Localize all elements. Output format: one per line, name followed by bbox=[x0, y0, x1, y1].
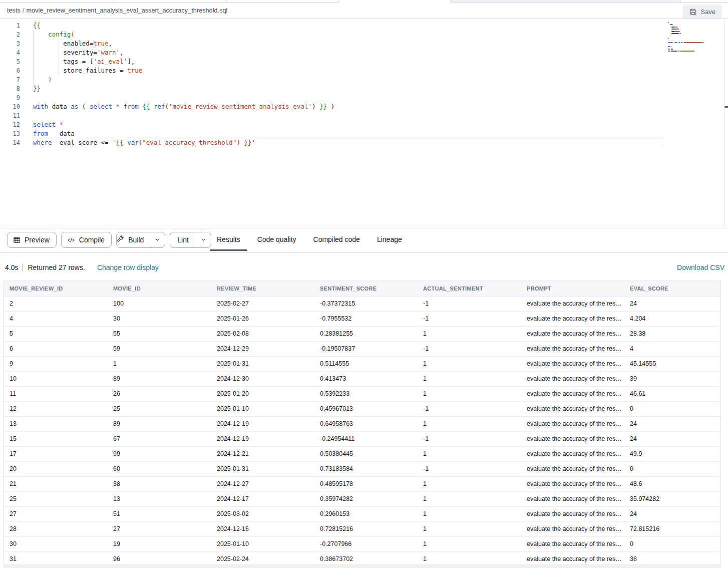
table-cell: 1 bbox=[418, 521, 521, 536]
minimap-segment bbox=[681, 42, 682, 43]
divider bbox=[23, 264, 23, 271]
rows-returned-text: Returned 27 rows. bbox=[28, 263, 85, 271]
eval-score-cell: 4.204 bbox=[624, 311, 721, 326]
line-number: 9 bbox=[0, 93, 20, 102]
line-number: 6 bbox=[0, 66, 20, 75]
editor-scrollbar-marker[interactable] bbox=[724, 106, 728, 108]
table-row: 15672024-12-19-0.24954411-1evaluate the … bbox=[4, 431, 721, 446]
table-cell: 5 bbox=[4, 326, 108, 341]
prompt-cell: evaluate the accuracy of the res… bbox=[521, 461, 624, 476]
editor-minimap[interactable] bbox=[668, 22, 723, 82]
chevron-down-icon bbox=[155, 236, 160, 244]
table-cell: 2024-12-27 bbox=[211, 476, 314, 491]
sql-editor[interactable]: 1234567891011121314 {{ config( enabled=t… bbox=[0, 19, 728, 228]
minimap-segment bbox=[702, 42, 703, 43]
minimap-segment bbox=[680, 51, 694, 52]
minimap-segment bbox=[679, 31, 680, 32]
eval-score-cell: 28.38 bbox=[624, 326, 721, 341]
table-cell: 20 bbox=[4, 461, 108, 476]
table-cell: 11 bbox=[4, 386, 108, 401]
table-cell: 0.73183584 bbox=[314, 461, 418, 476]
code-line[interactable]: select * bbox=[33, 120, 668, 129]
preview-button[interactable]: Preview bbox=[7, 232, 57, 248]
table-row: 4302025-01-26-0.7955532-1evaluate the ac… bbox=[4, 311, 721, 326]
code-line[interactable]: where eval_score <= '{{ var("eval_accura… bbox=[33, 138, 668, 147]
line-number: 4 bbox=[0, 48, 20, 57]
table-cell: -1 bbox=[418, 341, 521, 356]
change-row-display-link[interactable]: Change row display bbox=[97, 263, 159, 271]
table-cell: 0.28381255 bbox=[314, 326, 418, 341]
code-line[interactable]: config( bbox=[33, 30, 668, 39]
code-line[interactable] bbox=[33, 93, 668, 102]
minimap-segment bbox=[668, 22, 669, 23]
table-cell: 19 bbox=[108, 536, 211, 551]
table-cell: 25 bbox=[4, 491, 108, 506]
table-cell: 30 bbox=[108, 311, 211, 326]
build-dropdown-button[interactable] bbox=[150, 232, 165, 247]
table-cell: 55 bbox=[108, 326, 211, 341]
code-lines[interactable]: {{ config( enabled=true, severity='warn'… bbox=[33, 21, 668, 147]
tab-results[interactable]: Results bbox=[210, 228, 247, 253]
code-line[interactable]: with data as ( select * from {{ ref('mov… bbox=[33, 102, 668, 111]
prompt-cell: evaluate the accuracy of the res… bbox=[521, 326, 624, 341]
build-button[interactable]: Build bbox=[117, 232, 150, 247]
action-buttons: Preview Compile Build Lint bbox=[7, 232, 211, 248]
code-line[interactable] bbox=[33, 111, 668, 120]
line-number: 11 bbox=[0, 111, 20, 120]
table-cell: 89 bbox=[108, 371, 211, 386]
table-cell: 1 bbox=[418, 506, 521, 521]
table-cell: 2024-12-19 bbox=[211, 416, 314, 431]
code-line[interactable]: tags = ['ai_eval'], bbox=[33, 57, 668, 66]
prompt-cell: evaluate the accuracy of the res… bbox=[521, 356, 624, 371]
table-row: 6592024-12-29-0.19507837-1evaluate the a… bbox=[4, 341, 721, 356]
eval-score-cell: 48.6 bbox=[624, 476, 721, 491]
prompt-cell: evaluate the accuracy of the res… bbox=[521, 536, 624, 551]
eval-score-cell: 72.815216 bbox=[624, 521, 721, 536]
prompt-preview-text: evaluate the accuracy of the res… bbox=[527, 420, 622, 427]
col-eval-score: EVAL_SCORE bbox=[624, 281, 721, 296]
line-number: 1 bbox=[0, 21, 20, 30]
minimap-segment bbox=[677, 27, 677, 28]
minimap-segment bbox=[703, 42, 704, 43]
save-button[interactable]: Save bbox=[683, 5, 722, 19]
download-csv-link[interactable]: Download CSV bbox=[677, 263, 724, 271]
minimap-segment bbox=[675, 42, 677, 43]
prompt-preview-text: evaluate the accuracy of the res… bbox=[527, 435, 622, 442]
gutter: 1234567891011121314 bbox=[0, 21, 20, 147]
tab-code-quality[interactable]: Code quality bbox=[251, 228, 303, 253]
prompt-cell: evaluate the accuracy of the res… bbox=[521, 446, 624, 461]
minimap-segment bbox=[675, 29, 678, 30]
editor-scrollbar-track[interactable] bbox=[724, 19, 725, 228]
table-cell: 2025-01-10 bbox=[211, 401, 314, 416]
lint-button[interactable]: Lint bbox=[170, 232, 196, 247]
table-cell: 2024-12-16 bbox=[211, 521, 314, 536]
prompt-preview-text: evaluate the accuracy of the res… bbox=[527, 375, 622, 382]
table-cell: 0.2960153 bbox=[314, 506, 418, 521]
code-line[interactable]: from data bbox=[33, 129, 668, 138]
table-row: 12252025-01-100.45967013-1evaluate the a… bbox=[4, 401, 721, 416]
tab-lineage[interactable]: Lineage bbox=[371, 228, 409, 253]
table-cell: 2024-12-21 bbox=[211, 446, 314, 461]
table-cell: -1 bbox=[418, 461, 521, 476]
code-line[interactable]: severity='warn', bbox=[33, 48, 668, 57]
code-line[interactable]: }} bbox=[33, 84, 668, 93]
query-duration: 4.0s bbox=[5, 263, 18, 271]
code-line[interactable]: store_failures = true bbox=[33, 66, 668, 75]
prompt-cell: evaluate the accuracy of the res… bbox=[521, 386, 624, 401]
code-line[interactable]: ) bbox=[33, 75, 668, 84]
prompt-preview-text: evaluate the accuracy of the res… bbox=[527, 405, 622, 412]
table-row: 13892024-12-190.649587631evaluate the ac… bbox=[4, 416, 721, 431]
line-number: 14 bbox=[0, 138, 20, 147]
table-cell: -0.24954411 bbox=[314, 431, 418, 446]
code-line[interactable]: enabled=true, bbox=[33, 39, 668, 48]
code-line[interactable]: {{ bbox=[33, 21, 668, 30]
tab-compiled-code[interactable]: Compiled code bbox=[307, 228, 367, 253]
prompt-cell: evaluate the accuracy of the res… bbox=[521, 431, 624, 446]
eval-score-cell: 0 bbox=[624, 536, 721, 551]
table-cell: 99 bbox=[108, 446, 211, 461]
compile-button[interactable]: Compile bbox=[61, 232, 112, 248]
table-cell: 2024-12-17 bbox=[211, 491, 314, 506]
table-cell: 2025-01-31 bbox=[211, 461, 314, 476]
col-sentiment-score: SENTIMENT_SCORE bbox=[314, 281, 418, 296]
table-horizontal-scrollbar[interactable] bbox=[4, 564, 721, 568]
